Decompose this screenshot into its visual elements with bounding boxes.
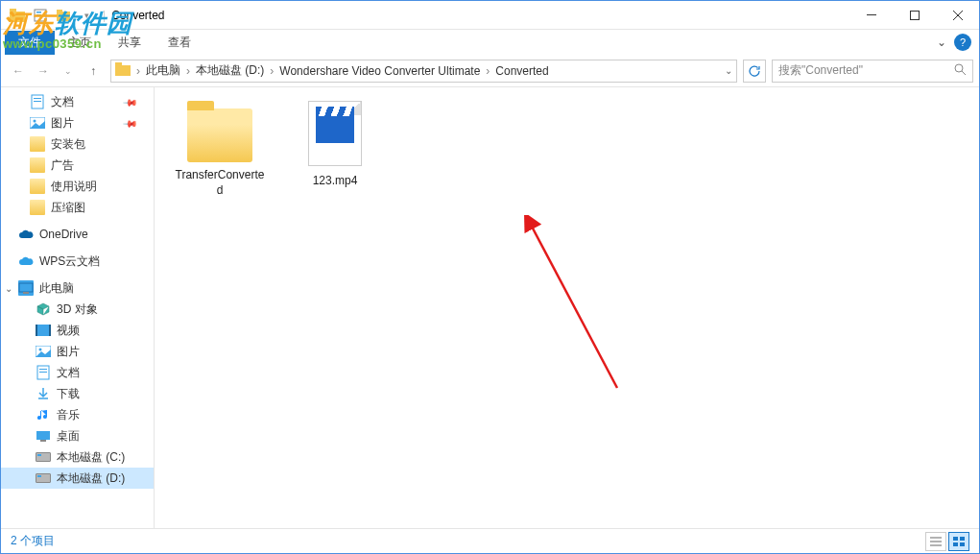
svg-rect-23 xyxy=(36,325,37,336)
svg-rect-17 xyxy=(34,101,41,102)
status-bar: 2 个项目 xyxy=(1,528,979,553)
qat-properties-icon[interactable] xyxy=(30,5,51,26)
minimize-button[interactable] xyxy=(849,1,893,29)
breadcrumb[interactable]: › 此电脑 › 本地磁盘 (D:) › Wondershare Video Co… xyxy=(110,60,737,83)
nav-back-button[interactable]: ← xyxy=(7,60,30,83)
tree-pc-item[interactable]: 视频 xyxy=(1,320,154,341)
chevron-right-icon[interactable]: › xyxy=(134,64,142,78)
doc-icon xyxy=(36,365,51,380)
address-bar: ← → ⌄ ↑ › 此电脑 › 本地磁盘 (D:) › Wondershare … xyxy=(1,55,979,87)
svg-point-19 xyxy=(34,120,36,123)
tree-quick-item[interactable]: 安装包 xyxy=(1,133,154,155)
pc-icon xyxy=(18,280,34,296)
window-title: Converted xyxy=(111,9,164,22)
tree-label: OneDrive xyxy=(39,228,88,241)
main-area: 文档📌图片📌安装包广告使用说明压缩图 OneDrive WPS云文档 ⌄ 此电脑… xyxy=(1,87,979,528)
crumb-pc[interactable]: 此电脑 xyxy=(142,62,184,79)
refresh-button[interactable] xyxy=(743,60,766,83)
onedrive-icon xyxy=(18,227,34,242)
svg-rect-20 xyxy=(19,283,33,292)
app-icon xyxy=(7,5,28,26)
tree-pc-item[interactable]: 下载 xyxy=(1,383,154,404)
tree-pc-item[interactable]: 本地磁盘 (D:) xyxy=(1,468,154,489)
svg-rect-4 xyxy=(36,14,41,16)
tree-label: 图片 xyxy=(51,115,74,132)
video-file-item[interactable]: 123.mp4 xyxy=(289,99,381,189)
desktop-icon xyxy=(36,428,51,444)
wps-cloud-icon xyxy=(18,253,34,269)
tree-quick-item[interactable]: 图片📌 xyxy=(1,112,154,133)
crumb-current[interactable]: Converted xyxy=(491,64,552,78)
tree-label: WPS云文档 xyxy=(39,253,100,270)
tree-pc-item[interactable]: 文档 xyxy=(1,362,154,383)
svg-point-13 xyxy=(955,64,963,72)
video-file-icon xyxy=(300,99,370,168)
tree-label: 广告 xyxy=(51,157,74,174)
chevron-right-icon[interactable]: › xyxy=(184,64,192,78)
ribbon-tab-share[interactable]: 共享 xyxy=(105,31,155,55)
qat-dropdown-icon[interactable]: ▾ xyxy=(76,5,97,26)
pin-icon: 📌 xyxy=(123,115,138,131)
tree-pc-item[interactable]: 3D 对象 xyxy=(1,299,154,320)
tree-label: 本地磁盘 (C:) xyxy=(57,449,125,466)
svg-rect-36 xyxy=(953,537,958,541)
file-name: TransferConverted xyxy=(174,168,266,198)
tree-pc-item[interactable]: 桌面 xyxy=(1,425,154,446)
tree-label: 下载 xyxy=(57,386,80,402)
tree-quick-item[interactable]: 使用说明 xyxy=(1,176,154,197)
tree-label: 音乐 xyxy=(57,407,80,423)
svg-rect-1 xyxy=(10,9,16,12)
chevron-right-icon[interactable]: › xyxy=(268,64,275,78)
ribbon-file-tab[interactable]: 文件 xyxy=(5,31,55,55)
qat-new-folder-icon[interactable] xyxy=(53,5,74,26)
file-list[interactable]: TransferConverted 123.mp4 xyxy=(155,87,979,528)
crumb-drive[interactable]: 本地磁盘 (D:) xyxy=(192,62,268,79)
chevron-down-icon[interactable]: ⌄ xyxy=(5,283,12,294)
view-icons-button[interactable] xyxy=(948,532,969,551)
svg-rect-39 xyxy=(960,542,965,546)
svg-line-32 xyxy=(531,225,617,388)
ribbon-tab-home[interactable]: 主页 xyxy=(55,31,105,55)
tree-quick-item[interactable]: 广告 xyxy=(1,155,154,176)
tree-label: 3D 对象 xyxy=(57,301,98,318)
tree-label: 文档 xyxy=(57,365,80,381)
view-details-button[interactable] xyxy=(925,532,946,551)
svg-rect-7 xyxy=(867,14,876,15)
svg-rect-22 xyxy=(36,325,51,336)
crumb-app[interactable]: Wondershare Video Converter Ultimate xyxy=(275,64,484,78)
breadcrumb-history-dropdown-icon[interactable]: ⌄ xyxy=(725,65,732,76)
close-button[interactable] xyxy=(936,1,979,29)
ribbon-tab-view[interactable]: 查看 xyxy=(155,31,204,55)
ribbon: 文件 主页 共享 查看 ⌄ ? xyxy=(1,30,979,55)
maximize-button[interactable] xyxy=(893,1,936,29)
tree-pc-item[interactable]: 本地磁盘 (C:) xyxy=(1,446,154,468)
search-icon[interactable] xyxy=(954,63,967,79)
tree-quick-item[interactable]: 压缩图 xyxy=(1,197,154,218)
svg-point-26 xyxy=(39,349,42,351)
svg-rect-31 xyxy=(40,440,46,442)
tree-thispc[interactable]: ⌄ 此电脑 xyxy=(1,277,154,299)
annotation-arrow xyxy=(521,215,636,397)
svg-rect-0 xyxy=(10,12,25,22)
tree-pc-item[interactable]: 音乐 xyxy=(1,404,154,425)
nav-up-button[interactable]: ↑ xyxy=(82,60,105,83)
tree-onedrive[interactable]: OneDrive xyxy=(1,224,154,245)
pin-icon: 📌 xyxy=(123,94,138,109)
tree-pc-item[interactable]: 图片 xyxy=(1,341,154,362)
nav-forward-button[interactable]: → xyxy=(32,60,55,83)
doc-icon xyxy=(30,94,45,109)
tree-label: 使用说明 xyxy=(51,179,97,195)
folder-item[interactable]: TransferConverted xyxy=(174,99,266,198)
ribbon-expand-icon[interactable]: ⌄ xyxy=(937,36,946,49)
svg-rect-6 xyxy=(57,10,62,12)
tree-wps[interactable]: WPS云文档 xyxy=(1,251,154,272)
svg-line-14 xyxy=(962,71,966,75)
tree-quick-item[interactable]: 文档📌 xyxy=(1,91,154,112)
svg-rect-30 xyxy=(36,431,50,440)
chevron-right-icon[interactable]: › xyxy=(484,64,491,78)
file-name: 123.mp4 xyxy=(313,174,358,189)
search-input[interactable]: 搜索"Converted" xyxy=(772,60,973,83)
nav-recent-dropdown[interactable]: ⌄ xyxy=(57,60,80,83)
help-button[interactable]: ? xyxy=(954,34,971,51)
svg-rect-29 xyxy=(39,372,47,373)
